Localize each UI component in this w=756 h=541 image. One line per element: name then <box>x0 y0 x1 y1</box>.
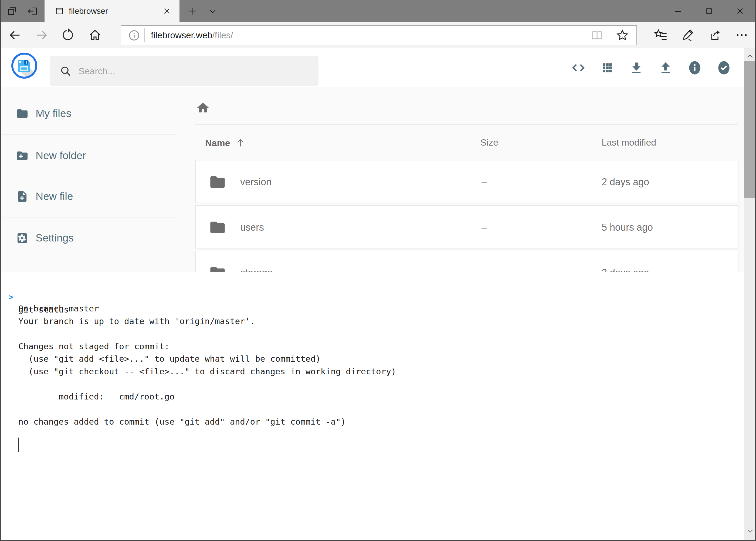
new-tab-button[interactable] <box>185 0 199 22</box>
filebrowser-logo[interactable] <box>11 52 38 79</box>
column-header-name[interactable]: Name <box>205 137 246 149</box>
file-name: version <box>240 161 272 204</box>
tab-preview-button[interactable] <box>5 0 19 22</box>
set-tabs-aside-button[interactable] <box>26 0 40 22</box>
sidebar-item-label: Settings <box>36 232 74 244</box>
page-scrollbar[interactable] <box>744 48 755 540</box>
download-button[interactable] <box>630 61 643 75</box>
share-button[interactable] <box>702 22 727 48</box>
back-icon <box>8 28 22 42</box>
column-header-modified[interactable]: Last modified <box>602 137 656 149</box>
close-window-button[interactable] <box>726 0 754 22</box>
grid-view-icon <box>601 61 614 75</box>
settings-more-button[interactable] <box>730 22 754 48</box>
titlebar: filebrowser <box>0 0 756 22</box>
select-check-icon <box>717 60 731 75</box>
forward-button[interactable] <box>30 22 54 48</box>
file-row-users[interactable]: users – 5 hours ago <box>195 205 738 249</box>
address-separator <box>144 28 145 42</box>
add-favorite-star-button[interactable] <box>616 28 630 42</box>
sidebar-item-label: My files <box>36 108 71 119</box>
site-info-button[interactable] <box>127 29 140 42</box>
breadcrumb-home-button[interactable] <box>196 101 210 115</box>
set-tabs-aside-icon <box>27 5 39 17</box>
sidebar-divider <box>2 217 177 218</box>
address-bar[interactable]: filebrowser.web/files/ <box>121 25 637 45</box>
shell-terminal[interactable]: > git status On branch master Your branc… <box>0 272 744 540</box>
folder-icon <box>16 107 29 120</box>
grid-view-button[interactable] <box>600 61 614 75</box>
chevron-up-icon <box>746 52 754 61</box>
pen-icon <box>681 28 695 42</box>
sidebar-divider <box>2 134 177 135</box>
column-header-size[interactable]: Size <box>480 137 498 149</box>
chevron-down-icon <box>746 527 754 535</box>
share-icon <box>708 28 722 42</box>
favorites-hub-button[interactable] <box>648 22 673 48</box>
sort-ascending-icon <box>235 138 246 148</box>
browser-navbar: filebrowser.web/files/ <box>0 22 756 48</box>
sidebar-item-new-file[interactable]: New file <box>0 184 178 209</box>
web-note-button[interactable] <box>676 22 700 48</box>
app-header <box>0 48 756 87</box>
create-new-folder-icon <box>16 149 29 162</box>
tab-list-button[interactable] <box>206 0 220 22</box>
sidebar-item-label: New folder <box>36 150 86 162</box>
sidebar-item-label: New file <box>36 191 73 202</box>
favorites-list-icon <box>654 28 668 42</box>
new-file-icon <box>16 190 29 203</box>
search-bar[interactable] <box>50 56 319 86</box>
settings-icon <box>16 232 29 245</box>
refresh-icon <box>61 28 75 42</box>
download-icon <box>630 61 643 75</box>
maximize-button[interactable] <box>695 0 723 22</box>
folder-icon <box>209 219 226 236</box>
home-button[interactable] <box>83 22 107 48</box>
forward-icon <box>35 28 49 42</box>
minimize-button[interactable] <box>664 0 692 22</box>
search-input[interactable] <box>79 66 300 76</box>
upload-button[interactable] <box>658 61 672 75</box>
terminal-output: On branch master Your branch is up to da… <box>18 302 396 428</box>
tab-preview-icon <box>6 5 18 17</box>
ellipsis-icon <box>735 28 749 42</box>
plus-icon <box>187 6 197 16</box>
search-icon <box>60 65 72 77</box>
close-tab-icon[interactable] <box>163 7 171 15</box>
back-button[interactable] <box>3 22 27 48</box>
folder-icon <box>209 174 226 191</box>
close-icon <box>736 7 744 15</box>
shell-code-icon <box>571 61 586 75</box>
shell-toggle-button[interactable] <box>571 61 586 75</box>
file-size: – <box>481 161 487 204</box>
sidebar-item-my-files[interactable]: My files <box>0 101 178 126</box>
terminal-prompt-line: > git status <box>0 278 30 290</box>
file-modified: 5 hours ago <box>602 206 653 249</box>
file-size: – <box>481 206 487 249</box>
info-button[interactable] <box>688 61 702 75</box>
file-row-version[interactable]: version – 2 days ago <box>195 160 738 203</box>
file-modified: 2 days ago <box>602 161 649 204</box>
listing-divider <box>195 124 738 125</box>
scroll-down-button[interactable] <box>744 523 756 539</box>
tab-filebrowser[interactable]: filebrowser <box>45 0 179 22</box>
browser-window: filebrowser <box>0 0 756 541</box>
info-icon <box>688 60 702 75</box>
upload-icon <box>658 61 672 75</box>
select-multiple-button[interactable] <box>717 61 731 75</box>
reading-view-icon <box>590 28 604 42</box>
file-name: users <box>240 206 264 249</box>
page-icon <box>55 6 64 16</box>
refresh-button[interactable] <box>56 22 80 48</box>
tab-title: filebrowser <box>69 6 108 16</box>
scrollbar-thumb[interactable] <box>744 61 756 198</box>
terminal-cursor <box>18 437 19 452</box>
column-name-label: Name <box>205 138 230 148</box>
sidebar-item-settings[interactable]: Settings <box>0 225 178 251</box>
url-host: filebrowser.web <box>151 30 212 40</box>
url-text: filebrowser.web/files/ <box>151 30 233 41</box>
sidebar-item-new-folder[interactable]: New folder <box>0 143 178 169</box>
chevron-down-icon <box>208 6 217 16</box>
minimize-icon <box>674 7 682 15</box>
maximize-icon <box>705 7 713 15</box>
